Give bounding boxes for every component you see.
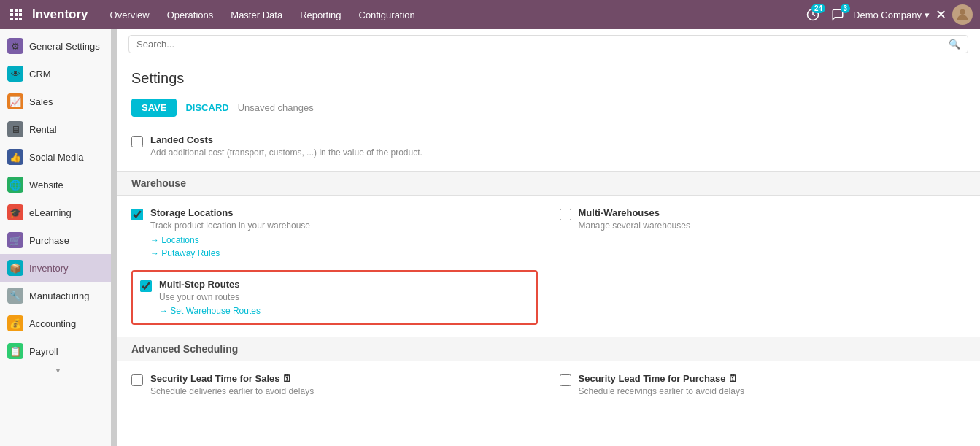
checkbox-multi-step-routes[interactable] bbox=[140, 280, 152, 292]
sidebar-scroll-down[interactable]: ▼ bbox=[0, 365, 116, 376]
svg-rect-4 bbox=[15, 13, 18, 16]
nav-configuration[interactable]: Configuration bbox=[352, 7, 423, 23]
sidebar-item-payroll[interactable]: 📋 Payroll bbox=[0, 337, 116, 365]
section-body-advanced-scheduling: Security Lead Time for Sales 🗓 Schedule … bbox=[117, 361, 980, 410]
nav-right: 24 3 Demo Company ▾ ✕ bbox=[803, 4, 973, 25]
link-putaway-rules[interactable]: → Putaway Rules bbox=[150, 248, 538, 258]
main-area: ⚙ General Settings 👁 CRM 📈 Sales 🖥 Renta… bbox=[0, 29, 980, 446]
setting-info-landed-costs: Landed Costs Add additional cost (transp… bbox=[150, 134, 965, 159]
setting-info-multi-warehouses: Multi-Warehouses Manage several warehous… bbox=[579, 207, 966, 232]
setting-desc-security-lead-purchase: Schedule receivings earlier to avoid del… bbox=[579, 385, 966, 398]
setting-desc-multi-step-routes: Use your own routes bbox=[159, 291, 529, 304]
svg-rect-0 bbox=[10, 9, 13, 12]
sidebar-item-elearning[interactable]: 🎓 eLearning bbox=[0, 199, 116, 226]
message-button[interactable]: 3 bbox=[828, 5, 847, 24]
setting-item-multi-warehouses: Multi-Warehouses Manage several warehous… bbox=[560, 207, 966, 258]
close-button[interactable]: ✕ bbox=[935, 8, 946, 21]
sidebar-item-accounting[interactable]: 💰 Accounting bbox=[0, 309, 116, 337]
setting-item-multi-step-routes: Multi-Step Routes Use your own routes → … bbox=[131, 270, 538, 326]
sidebar-icon-website: 🌐 bbox=[7, 177, 23, 193]
sidebar-item-social-media[interactable]: 👍 Social Media bbox=[0, 143, 116, 171]
section-header-warehouse: Warehouse bbox=[117, 171, 980, 196]
setting-item-storage-locations: Storage Locations Track product location… bbox=[131, 207, 538, 258]
section-valuation: Landed Costs Add additional cost (transp… bbox=[117, 123, 980, 171]
nav-operations[interactable]: Operations bbox=[160, 7, 221, 23]
svg-rect-5 bbox=[19, 13, 22, 16]
sidebar-icon-inventory: 📦 bbox=[7, 260, 23, 276]
sidebar-resize-handle[interactable] bbox=[111, 29, 117, 446]
sidebar-icon-general-settings: ⚙ bbox=[7, 38, 23, 54]
setting-title-security-lead-sales: Security Lead Time for Sales 🗓 bbox=[150, 373, 538, 384]
setting-title-multi-warehouses: Multi-Warehouses bbox=[579, 207, 966, 218]
sidebar-icon-manufacturing: 🔧 bbox=[7, 288, 23, 304]
svg-rect-8 bbox=[19, 18, 22, 20]
svg-rect-3 bbox=[10, 13, 13, 16]
checkbox-storage-locations[interactable] bbox=[131, 209, 143, 220]
app-grid-icon[interactable] bbox=[7, 6, 25, 23]
sidebar-icon-purchase: 🛒 bbox=[7, 232, 23, 248]
sidebar-item-crm[interactable]: 👁 CRM bbox=[0, 60, 116, 88]
activity-button[interactable]: 24 bbox=[803, 5, 822, 24]
discard-button[interactable]: DISCARD bbox=[185, 102, 228, 113]
unsaved-text: Unsaved changes bbox=[238, 102, 314, 113]
message-badge: 3 bbox=[841, 4, 851, 13]
activity-badge: 24 bbox=[811, 4, 825, 13]
link-set-warehouse-routes[interactable]: → Set Warehouse Routes bbox=[159, 306, 529, 316]
nav-overview[interactable]: Overview bbox=[103, 7, 157, 23]
sidebar-item-website[interactable]: 🌐 Website bbox=[0, 171, 116, 199]
section-body-warehouse: Storage Locations Track product location… bbox=[117, 196, 980, 337]
page-title: Settings bbox=[131, 70, 965, 87]
sidebar-item-general-settings[interactable]: ⚙ General Settings bbox=[0, 32, 116, 60]
nav-reporting[interactable]: Reporting bbox=[293, 7, 348, 23]
setting-item-security-lead-purchase: Security Lead Time for Purchase 🗓 Schedu… bbox=[560, 373, 966, 398]
sidebar: ⚙ General Settings 👁 CRM 📈 Sales 🖥 Renta… bbox=[0, 29, 117, 446]
setting-item-security-lead-sales: Security Lead Time for Sales 🗓 Schedule … bbox=[131, 373, 538, 398]
svg-rect-1 bbox=[15, 9, 18, 12]
sidebar-item-purchase[interactable]: 🛒 Purchase bbox=[0, 226, 116, 254]
content-area: 🔍 Settings SAVE DISCARD Unsaved changes … bbox=[117, 29, 980, 446]
search-bar-container: 🔍 bbox=[117, 29, 980, 64]
setting-info-security-lead-purchase: Security Lead Time for Purchase 🗓 Schedu… bbox=[579, 373, 966, 398]
setting-title-security-lead-purchase: Security Lead Time for Purchase 🗓 bbox=[579, 373, 966, 384]
app-title: Inventory bbox=[32, 7, 88, 22]
sidebar-icon-rental: 🖥 bbox=[7, 121, 23, 137]
search-input[interactable] bbox=[136, 39, 949, 50]
setting-desc-multi-warehouses: Manage several warehouses bbox=[579, 220, 966, 232]
setting-title-landed-costs: Landed Costs bbox=[150, 134, 965, 145]
content-header: Settings SAVE DISCARD Unsaved changes bbox=[117, 64, 980, 123]
svg-rect-6 bbox=[10, 18, 13, 20]
sidebar-icon-elearning: 🎓 bbox=[7, 204, 23, 220]
svg-point-10 bbox=[960, 9, 965, 15]
setting-desc-security-lead-sales: Schedule deliveries earlier to avoid del… bbox=[150, 385, 538, 398]
checkbox-landed-costs[interactable] bbox=[131, 136, 143, 147]
checkbox-multi-warehouses[interactable] bbox=[560, 209, 571, 220]
save-button[interactable]: SAVE bbox=[131, 99, 177, 117]
setting-title-storage-locations: Storage Locations bbox=[150, 207, 538, 218]
checkbox-security-lead-sales[interactable] bbox=[131, 374, 143, 386]
nav-items: Overview Operations Master Data Reportin… bbox=[103, 7, 804, 23]
sidebar-item-sales[interactable]: 📈 Sales bbox=[0, 88, 116, 115]
sidebar-icon-crm: 👁 bbox=[7, 66, 23, 82]
settings-content: Landed Costs Add additional cost (transp… bbox=[117, 123, 980, 446]
nav-master-data[interactable]: Master Data bbox=[223, 7, 290, 23]
sidebar-icon-accounting: 💰 bbox=[7, 315, 23, 331]
sidebar-icon-payroll: 📋 bbox=[7, 343, 23, 359]
setting-title-multi-step-routes: Multi-Step Routes bbox=[159, 279, 529, 290]
avatar[interactable] bbox=[952, 4, 973, 25]
company-selector[interactable]: Demo Company ▾ bbox=[853, 9, 930, 20]
section-header-advanced-scheduling: Advanced Scheduling bbox=[117, 337, 980, 361]
sidebar-item-manufacturing[interactable]: 🔧 Manufacturing bbox=[0, 282, 116, 309]
sidebar-item-inventory[interactable]: 📦 Inventory bbox=[0, 254, 116, 282]
setting-desc-landed-costs: Add additional cost (transport, customs,… bbox=[150, 147, 965, 159]
sidebar-icon-social-media: 👍 bbox=[7, 149, 23, 165]
top-nav: Inventory Overview Operations Master Dat… bbox=[0, 0, 980, 29]
action-bar: SAVE DISCARD Unsaved changes bbox=[131, 93, 965, 123]
sidebar-icon-sales: 📈 bbox=[7, 93, 23, 109]
checkbox-security-lead-purchase[interactable] bbox=[560, 374, 571, 386]
setting-item-landed-costs: Landed Costs Add additional cost (transp… bbox=[131, 134, 965, 159]
sidebar-item-rental[interactable]: 🖥 Rental bbox=[0, 115, 116, 143]
link-locations[interactable]: → Locations bbox=[150, 235, 538, 245]
setting-info-storage-locations: Storage Locations Track product location… bbox=[150, 207, 538, 258]
svg-rect-2 bbox=[19, 9, 22, 12]
search-icon: 🔍 bbox=[949, 39, 960, 50]
